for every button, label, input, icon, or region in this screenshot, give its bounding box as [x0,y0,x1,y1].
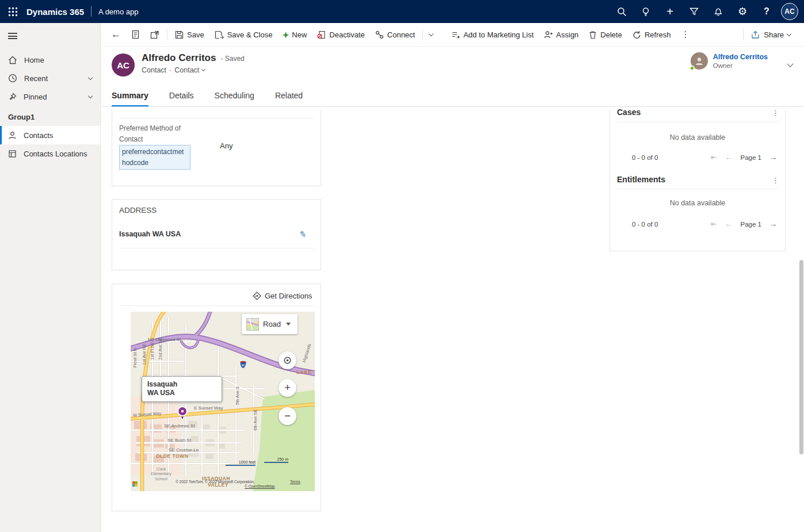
tab-scheduling[interactable]: Scheduling [215,91,254,106]
lightbulb-icon[interactable] [634,0,658,23]
refresh-button[interactable]: Refresh [627,26,676,43]
form-tabs: Summary Details Scheduling Related [101,83,804,107]
previous-page-icon[interactable]: ← [725,220,733,228]
map-street-label: Front St N [132,348,138,368]
filter-funnel-icon[interactable] [682,0,706,23]
back-button[interactable]: ← [106,26,126,43]
new-button[interactable]: + New [277,26,312,43]
owner-role-label: Owner [713,62,768,69]
bing-map[interactable]: 90 NE Dogwood St E Sunset Way W Sunset W… [131,312,315,491]
map-locate-button[interactable] [279,351,296,369]
sidebar-item-contacts-locations[interactable]: Contacts Locations [0,144,100,163]
map-street-label: 2nd Ave NE [158,337,163,359]
clock-icon [8,74,17,83]
app-name[interactable]: A demo app [98,7,138,16]
record-entity: Contact [142,66,166,74]
save-label: Save [187,30,204,39]
record-header: AC Alfredo Cerritos - Saved Contact · Co… [101,47,804,83]
delete-button[interactable]: Delete [584,26,627,43]
map-osm-link[interactable]: © OpenStreetMap [245,484,275,488]
field-divider [119,118,314,118]
more-commands-button[interactable]: ⋮ [676,26,695,43]
map-zoom-out-button[interactable]: − [279,407,296,425]
map-zoom-in-button[interactable]: + [279,379,296,397]
connect-dropdown-chevron[interactable] [425,26,437,43]
tab-related[interactable]: Related [275,91,303,106]
tab-summary[interactable]: Summary [112,91,148,106]
pinned-chevron-icon[interactable] [88,93,93,98]
header-collapse-chevron[interactable] [788,58,792,68]
pin-icon [8,93,17,101]
save-icon [175,30,184,39]
owner-name-link[interactable]: Alfredo Cerritos [713,53,768,61]
next-page-icon[interactable]: → [769,153,777,162]
address-value[interactable]: Issaquah WA USA [119,230,181,238]
map-terms-link[interactable]: Terms [290,480,300,484]
assign-button[interactable]: Assign [539,26,584,43]
tab-details[interactable]: Details [169,91,194,106]
cases-divider [617,122,778,123]
record-avatar-initials: AC [117,60,129,70]
entitlements-menu-dots[interactable]: ⋮ [772,176,779,185]
record-avatar[interactable]: AC [112,53,135,76]
next-page-icon[interactable]: → [769,220,777,228]
hamburger-menu-icon[interactable] [0,24,100,47]
more-icon: ⋮ [681,29,689,40]
scale-meters-label: 250 m [277,457,288,461]
add-to-marketing-list-button[interactable]: Add to Marketing List [446,26,539,43]
deactivate-button[interactable]: Deactivate [312,26,369,43]
owner-photo-icon [694,56,704,66]
user-avatar[interactable]: AC [781,3,798,20]
owner-block: Alfredo Cerritos Owner [691,52,792,70]
presence-available-dot [689,66,695,71]
product-title[interactable]: Dynamics 365 [26,7,84,17]
deactivate-icon [317,30,326,39]
microsoft-logo-icon [132,481,138,487]
bell-icon[interactable] [706,0,730,23]
map-card: Get Directions [112,284,321,511]
help-icon[interactable]: ? [755,0,779,23]
connect-split-divider [422,29,423,40]
waffle-menu-icon[interactable] [0,0,25,23]
search-icon[interactable] [609,0,634,23]
pushpin-tooltip-text: Issaquah WA USA [147,380,190,397]
sidebar-contacts-locations-label: Contacts Locations [24,150,92,158]
first-page-icon[interactable]: ⇤ [711,153,717,162]
sidebar-item-home[interactable]: Home [0,51,100,69]
first-page-icon[interactable]: ⇤ [711,220,717,228]
share-divider [743,29,744,40]
share-label: Share [764,30,784,39]
quick-create-plus-icon[interactable]: + [658,0,682,23]
form-selector[interactable]: Contact [174,66,199,74]
edit-pencil-icon[interactable]: ✎ [299,229,308,240]
vertical-scrollbar-thumb[interactable] [799,260,803,454]
back-icon: ← [111,29,121,40]
cases-menu-dots[interactable]: ⋮ [772,109,779,117]
cases-pagination: ⇤ ← Page 1 → [711,153,777,162]
form-button[interactable] [126,26,145,43]
cases-page-label: Page 1 [741,154,761,161]
gear-icon[interactable]: ⚙ [730,0,755,23]
sidebar-contacts-label: Contacts [24,131,92,140]
delete-label: Delete [600,30,622,39]
popout-button[interactable] [145,26,165,43]
scale-meters-bar [264,462,288,463]
locations-box-icon [8,150,17,158]
field-value[interactable]: Any [220,141,233,150]
share-button[interactable]: Share [746,26,796,43]
top-navigation-bar: Dynamics 365 A demo app + ⚙ ? AC [0,0,804,23]
sidebar-item-recent[interactable]: Recent [0,69,100,87]
previous-page-icon[interactable]: ← [725,153,733,162]
sidebar-item-pinned[interactable]: Pinned [0,87,100,106]
form-selector-chevron[interactable] [201,67,205,71]
popout-icon [150,30,159,39]
get-directions-button[interactable]: Get Directions [253,292,312,300]
map-style-selector[interactable]: Road [242,314,298,334]
save-button[interactable]: Save [170,26,209,43]
sidebar-home-label: Home [24,56,92,64]
recent-chevron-icon[interactable] [88,75,93,79]
save-and-close-button[interactable]: Save & Close [209,26,278,43]
owner-avatar[interactable] [691,52,708,70]
connect-button[interactable]: Connect [370,26,420,43]
sidebar-item-contacts[interactable]: Contacts [0,126,100,144]
